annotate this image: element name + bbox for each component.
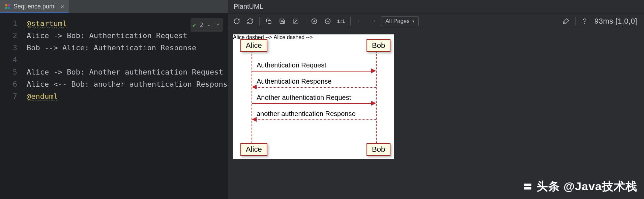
zoom-in-icon[interactable] [309,16,320,27]
code-line: @enduml [27,92,58,101]
lifeline-alice [252,51,252,143]
help-icon[interactable]: ? [579,16,590,27]
render-timing: 93ms [1,0,0] [594,17,637,26]
arrow [252,103,372,104]
sequence-diagram: Alice Bob Alice Bob Authentication Reque… [233,34,394,159]
arrowhead-icon [371,101,376,106]
message-label: Authentication Request [257,61,326,69]
refresh-icon[interactable] [231,16,242,27]
code-line: Bob --> Alice: Authentication Response [27,44,196,52]
watermark-text: 头条 @Java技术栈 [536,179,637,194]
message-label: Another authentication Request [257,94,351,102]
svg-rect-3 [8,7,10,9]
chevron-down-icon[interactable]: ﹀ [215,19,221,31]
arrow [257,119,376,120]
close-tab-icon[interactable]: ✕ [60,4,64,9]
settings-icon[interactable] [560,16,572,27]
code-area[interactable]: @startuml Alice -> Bob: Authentication R… [23,13,228,199]
pages-dropdown[interactable]: All Pages ▾ [381,16,419,26]
editor-pane: Sequence.puml ✕ 1 2 3 4 5 6 7 @startuml … [0,0,228,199]
watermark-logo-icon: 〓 [523,180,533,194]
actor-bob-top: Bob [367,39,390,52]
arrow [257,87,376,88]
export-icon[interactable] [290,16,301,27]
next-page-icon[interactable]: → [368,16,379,27]
line-number: 6 [0,78,17,90]
sync-icon[interactable] [244,16,256,27]
arrowhead-icon [371,68,376,73]
preview-toolbar: 1:1 ← → All Pages ▾ ? 93ms [1,0,0] [228,13,644,29]
arrow [252,71,372,72]
svg-point-11 [564,23,565,23]
line-number: 7 [0,90,17,103]
svg-rect-2 [5,7,7,9]
pages-dropdown-label: All Pages [385,18,410,25]
toolbar-separator [575,17,576,26]
arrowhead-icon [252,85,257,89]
watermark: 〓 头条 @Java技术栈 [523,179,637,194]
editor-body[interactable]: 1 2 3 4 5 6 7 @startuml Alice -> Bob: Au… [0,13,228,199]
svg-rect-0 [5,4,7,6]
inspection-badge[interactable]: ✔ 2 ︿ ﹀ [191,18,223,32]
code-line: Alice <-- Bob: another authentication Re… [27,80,228,88]
message-label: another authentication Response [257,110,356,118]
preview-pane: PlantUML 1:1 ← → All Pages ▾ [228,0,644,199]
prev-page-icon[interactable]: ← [354,16,365,27]
inspection-count: 2 [200,19,203,31]
line-number: 4 [0,54,17,66]
message-label: Authentication Response [257,78,331,85]
toolbar-separator [305,17,305,26]
line-number: 2 [0,30,17,42]
chevron-down-icon: ▾ [412,19,414,24]
svg-rect-1 [8,4,10,6]
actor-alice-bottom: Alice [240,143,267,156]
code-line: Alice -> Bob: Authentication Request [27,31,187,40]
svg-rect-4 [268,20,271,23]
code-line: @startuml [27,19,67,28]
editor-tab-bar: Sequence.puml ✕ [0,0,228,13]
toolbar-separator [350,17,351,26]
zoom-out-icon[interactable] [322,16,333,27]
preview-title-bar: PlantUML [228,0,644,13]
zoom-reset-icon[interactable]: 1:1 [335,16,347,27]
actor-alice-top: Alice [240,39,267,52]
file-tab-sequence[interactable]: Sequence.puml ✕ [0,0,69,13]
arrowhead-icon [252,117,257,122]
line-number-gutter: 1 2 3 4 5 6 7 [0,13,23,199]
actor-bob-bottom: Bob [367,143,390,156]
line-number: 5 [0,66,17,78]
chevron-up-icon[interactable]: ︿ [207,19,212,31]
line-number: 1 [0,18,17,30]
toolbar-separator [259,17,260,26]
lifeline-bob [376,51,377,143]
code-line: Alice -> Bob: Another authentication Req… [27,68,223,76]
puml-file-icon [5,4,11,10]
file-tab-label: Sequence.puml [13,3,56,10]
check-icon: ✔ [193,19,196,31]
copy-icon[interactable] [263,16,274,27]
line-number: 3 [0,42,17,54]
diagram-area[interactable]: Alice Bob Alice Bob Authentication Reque… [228,29,644,199]
save-icon[interactable] [276,16,288,27]
preview-title: PlantUML [234,3,263,10]
